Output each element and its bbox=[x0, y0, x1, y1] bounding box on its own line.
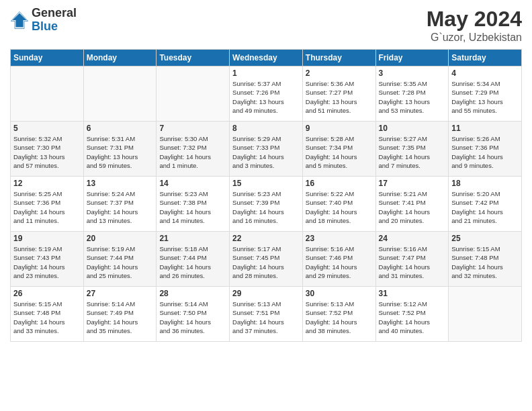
day-info: Sunrise: 5:25 AM Sunset: 7:36 PM Dayligh… bbox=[13, 189, 81, 225]
day-number: 31 bbox=[379, 289, 446, 298]
header: General Blue May 2024 G`uzor, Uzbekistan bbox=[10, 7, 522, 44]
calendar-cell bbox=[11, 66, 84, 122]
day-number: 24 bbox=[379, 234, 446, 243]
day-number: 3 bbox=[379, 68, 446, 78]
day-info: Sunrise: 5:13 AM Sunset: 7:52 PM Dayligh… bbox=[306, 300, 373, 335]
calendar-cell: 30Sunrise: 5:13 AM Sunset: 7:52 PM Dayli… bbox=[302, 287, 375, 342]
day-info: Sunrise: 5:24 AM Sunset: 7:37 PM Dayligh… bbox=[87, 189, 154, 225]
calendar-week-row: 26Sunrise: 5:15 AM Sunset: 7:48 PM Dayli… bbox=[11, 287, 522, 342]
day-info: Sunrise: 5:37 AM Sunset: 7:26 PM Dayligh… bbox=[232, 79, 300, 115]
calendar-week-row: 5Sunrise: 5:32 AM Sunset: 7:30 PM Daylig… bbox=[11, 122, 522, 177]
day-info: Sunrise: 5:14 AM Sunset: 7:49 PM Dayligh… bbox=[87, 300, 154, 335]
day-info: Sunrise: 5:23 AM Sunset: 7:38 PM Dayligh… bbox=[159, 189, 226, 225]
calendar-cell: 29Sunrise: 5:13 AM Sunset: 7:51 PM Dayli… bbox=[230, 287, 303, 342]
day-info: Sunrise: 5:31 AM Sunset: 7:31 PM Dayligh… bbox=[87, 134, 154, 170]
day-info: Sunrise: 5:34 AM Sunset: 7:29 PM Dayligh… bbox=[451, 79, 519, 115]
day-info: Sunrise: 5:19 AM Sunset: 7:43 PM Dayligh… bbox=[13, 244, 81, 280]
calendar-cell: 10Sunrise: 5:27 AM Sunset: 7:35 PM Dayli… bbox=[375, 122, 449, 177]
logo-icon bbox=[10, 11, 29, 30]
logo: General Blue bbox=[10, 7, 77, 34]
calendar-cell: 28Sunrise: 5:14 AM Sunset: 7:50 PM Dayli… bbox=[157, 287, 230, 342]
day-number: 1 bbox=[232, 68, 300, 78]
weekday-header: Monday bbox=[83, 50, 157, 66]
day-number: 21 bbox=[159, 234, 226, 243]
day-number: 8 bbox=[232, 124, 300, 133]
calendar-cell: 5Sunrise: 5:32 AM Sunset: 7:30 PM Daylig… bbox=[11, 122, 84, 177]
logo-general: General bbox=[32, 7, 77, 20]
calendar-cell bbox=[449, 287, 522, 342]
page: General Blue May 2024 G`uzor, Uzbekistan… bbox=[0, 0, 532, 411]
calendar-cell: 22Sunrise: 5:17 AM Sunset: 7:45 PM Dayli… bbox=[230, 232, 303, 287]
day-info: Sunrise: 5:30 AM Sunset: 7:32 PM Dayligh… bbox=[159, 134, 226, 170]
day-number: 28 bbox=[159, 289, 226, 298]
day-number: 26 bbox=[13, 289, 81, 298]
day-info: Sunrise: 5:23 AM Sunset: 7:39 PM Dayligh… bbox=[232, 189, 300, 225]
logo-blue: Blue bbox=[32, 20, 77, 34]
calendar-cell: 21Sunrise: 5:18 AM Sunset: 7:44 PM Dayli… bbox=[157, 232, 230, 287]
day-info: Sunrise: 5:18 AM Sunset: 7:44 PM Dayligh… bbox=[159, 244, 226, 280]
calendar-cell: 27Sunrise: 5:14 AM Sunset: 7:49 PM Dayli… bbox=[83, 287, 157, 342]
calendar-cell: 1Sunrise: 5:37 AM Sunset: 7:26 PM Daylig… bbox=[230, 66, 303, 122]
calendar-cell: 6Sunrise: 5:31 AM Sunset: 7:31 PM Daylig… bbox=[83, 122, 157, 177]
day-info: Sunrise: 5:17 AM Sunset: 7:45 PM Dayligh… bbox=[232, 244, 300, 280]
calendar-week-row: 1Sunrise: 5:37 AM Sunset: 7:26 PM Daylig… bbox=[11, 66, 522, 122]
day-info: Sunrise: 5:20 AM Sunset: 7:42 PM Dayligh… bbox=[451, 189, 519, 225]
day-number: 18 bbox=[451, 179, 519, 188]
title-month: May 2024 bbox=[427, 7, 522, 32]
day-info: Sunrise: 5:28 AM Sunset: 7:34 PM Dayligh… bbox=[306, 134, 373, 170]
day-number: 22 bbox=[232, 234, 300, 243]
calendar-cell bbox=[83, 66, 157, 122]
calendar-cell: 11Sunrise: 5:26 AM Sunset: 7:36 PM Dayli… bbox=[449, 122, 522, 177]
day-number: 19 bbox=[13, 234, 81, 243]
weekday-header: Friday bbox=[375, 50, 449, 66]
title-block: May 2024 G`uzor, Uzbekistan bbox=[427, 7, 522, 44]
day-info: Sunrise: 5:21 AM Sunset: 7:41 PM Dayligh… bbox=[379, 189, 446, 225]
calendar-cell: 12Sunrise: 5:25 AM Sunset: 7:36 PM Dayli… bbox=[11, 177, 84, 232]
day-info: Sunrise: 5:22 AM Sunset: 7:40 PM Dayligh… bbox=[306, 189, 373, 225]
day-info: Sunrise: 5:15 AM Sunset: 7:48 PM Dayligh… bbox=[13, 300, 81, 335]
day-info: Sunrise: 5:19 AM Sunset: 7:44 PM Dayligh… bbox=[87, 244, 154, 280]
calendar-cell: 17Sunrise: 5:21 AM Sunset: 7:41 PM Dayli… bbox=[375, 177, 449, 232]
day-number: 17 bbox=[379, 179, 446, 188]
day-info: Sunrise: 5:16 AM Sunset: 7:47 PM Dayligh… bbox=[379, 244, 446, 280]
weekday-header: Wednesday bbox=[230, 50, 303, 66]
calendar-cell: 18Sunrise: 5:20 AM Sunset: 7:42 PM Dayli… bbox=[449, 177, 522, 232]
calendar-cell bbox=[157, 66, 230, 122]
calendar-cell: 14Sunrise: 5:23 AM Sunset: 7:38 PM Dayli… bbox=[157, 177, 230, 232]
day-info: Sunrise: 5:26 AM Sunset: 7:36 PM Dayligh… bbox=[451, 134, 519, 170]
calendar-cell: 3Sunrise: 5:35 AM Sunset: 7:28 PM Daylig… bbox=[375, 66, 449, 122]
day-info: Sunrise: 5:16 AM Sunset: 7:46 PM Dayligh… bbox=[306, 244, 373, 280]
day-number: 5 bbox=[13, 124, 81, 133]
weekday-header: Thursday bbox=[302, 50, 375, 66]
day-number: 25 bbox=[451, 234, 519, 243]
weekday-header: Sunday bbox=[11, 50, 84, 66]
day-number: 23 bbox=[306, 234, 373, 243]
calendar-cell: 13Sunrise: 5:24 AM Sunset: 7:37 PM Dayli… bbox=[83, 177, 157, 232]
calendar-cell: 9Sunrise: 5:28 AM Sunset: 7:34 PM Daylig… bbox=[302, 122, 375, 177]
calendar-cell: 23Sunrise: 5:16 AM Sunset: 7:46 PM Dayli… bbox=[302, 232, 375, 287]
day-info: Sunrise: 5:12 AM Sunset: 7:52 PM Dayligh… bbox=[379, 300, 446, 335]
calendar-cell: 19Sunrise: 5:19 AM Sunset: 7:43 PM Dayli… bbox=[11, 232, 84, 287]
calendar-cell: 4Sunrise: 5:34 AM Sunset: 7:29 PM Daylig… bbox=[449, 66, 522, 122]
day-info: Sunrise: 5:32 AM Sunset: 7:30 PM Dayligh… bbox=[13, 134, 81, 170]
calendar-cell: 16Sunrise: 5:22 AM Sunset: 7:40 PM Dayli… bbox=[302, 177, 375, 232]
day-number: 12 bbox=[13, 179, 81, 188]
day-number: 7 bbox=[159, 124, 226, 133]
day-info: Sunrise: 5:36 AM Sunset: 7:27 PM Dayligh… bbox=[306, 79, 373, 115]
day-number: 14 bbox=[159, 179, 226, 188]
calendar-cell: 20Sunrise: 5:19 AM Sunset: 7:44 PM Dayli… bbox=[83, 232, 157, 287]
day-number: 30 bbox=[306, 289, 373, 298]
calendar-cell: 8Sunrise: 5:29 AM Sunset: 7:33 PM Daylig… bbox=[230, 122, 303, 177]
day-number: 2 bbox=[306, 68, 373, 78]
calendar-cell: 7Sunrise: 5:30 AM Sunset: 7:32 PM Daylig… bbox=[157, 122, 230, 177]
day-info: Sunrise: 5:13 AM Sunset: 7:51 PM Dayligh… bbox=[232, 300, 300, 335]
day-number: 9 bbox=[306, 124, 373, 133]
day-number: 29 bbox=[232, 289, 300, 298]
calendar-cell: 2Sunrise: 5:36 AM Sunset: 7:27 PM Daylig… bbox=[302, 66, 375, 122]
calendar-table: SundayMondayTuesdayWednesdayThursdayFrid… bbox=[10, 49, 522, 342]
day-number: 15 bbox=[232, 179, 300, 188]
day-number: 27 bbox=[87, 289, 154, 298]
day-number: 6 bbox=[87, 124, 154, 133]
day-info: Sunrise: 5:27 AM Sunset: 7:35 PM Dayligh… bbox=[379, 134, 446, 170]
day-number: 11 bbox=[451, 124, 519, 133]
